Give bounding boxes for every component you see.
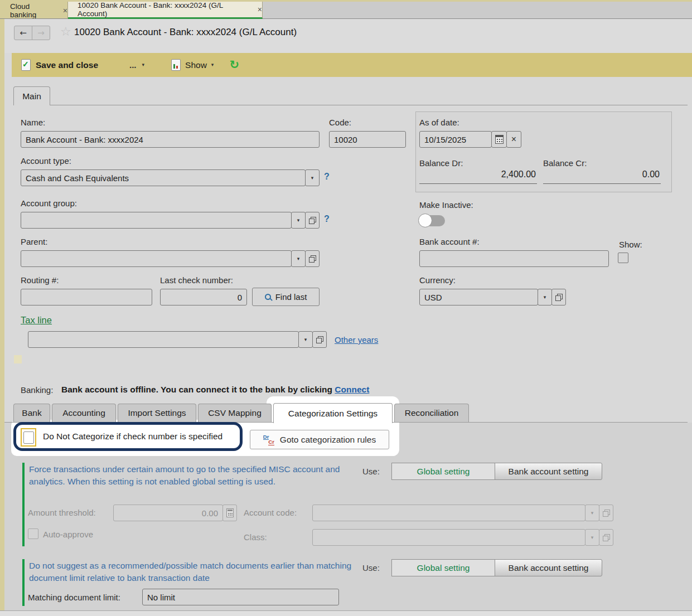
calculator-icon	[226, 508, 234, 517]
currency-chooser-button[interactable]	[551, 289, 566, 305]
last-check-number-label: Last check number:	[160, 275, 233, 285]
matching-document-limit-label: Matching document limit:	[28, 593, 120, 602]
account-group-input[interactable]	[21, 212, 292, 229]
amount-threshold-label: Amount threshold:	[28, 508, 96, 517]
forward-button[interactable]: →	[32, 26, 50, 40]
calculator-button	[222, 505, 237, 521]
clear-date-button[interactable]: ×	[506, 131, 521, 148]
bank-account-setting-button[interactable]: Bank account setting	[495, 559, 602, 576]
browser-tab-bar: Cloud banking × 10020 Bank Account - Ban…	[0, 0, 692, 19]
parent-input[interactable]	[21, 250, 292, 267]
other-years-link[interactable]: Other years	[335, 335, 378, 345]
calendar-button[interactable]	[491, 131, 507, 148]
page-title: 10020 Bank Account - Bank: xxxx2024 (G/L…	[74, 27, 297, 38]
close-icon: ×	[511, 134, 516, 144]
banking-label: Banking:	[21, 385, 53, 395]
account-code-input	[312, 505, 585, 521]
balance-cr-value: 0.00	[543, 169, 661, 184]
save-and-close-button[interactable]: ✓ Save and close	[21, 59, 98, 71]
account-type-dropdown-button[interactable]: ▾	[305, 169, 320, 186]
balance-cr-label: Balance Cr:	[543, 158, 587, 168]
tax-line-link[interactable]: Tax line	[21, 315, 52, 326]
tax-line-chooser-button[interactable]	[312, 331, 327, 348]
tab-main[interactable]: Main	[13, 86, 50, 105]
back-arrow-icon: ←	[20, 28, 27, 38]
show-checkbox[interactable]	[618, 253, 628, 263]
chevron-down-icon: ▾	[544, 295, 546, 300]
overlay-artifact	[14, 355, 22, 363]
browser-tab-cloud-banking[interactable]: Cloud banking ×	[0, 2, 68, 19]
calendar-icon	[495, 135, 504, 144]
refresh-icon[interactable]: ↻	[229, 59, 239, 71]
connect-link[interactable]: Connect	[335, 385, 369, 394]
tab-reconciliation[interactable]: Reconciliation	[394, 404, 469, 422]
global-setting-button[interactable]: Global setting	[391, 463, 495, 480]
more-actions-button[interactable]: ... ▾	[129, 60, 144, 70]
tax-line-dropdown-button[interactable]: ▾	[298, 331, 313, 348]
last-check-number-input[interactable]	[160, 289, 247, 305]
balance-dr-label: Balance Dr:	[419, 158, 463, 168]
left-edge-strip	[0, 19, 4, 616]
global-setting-button[interactable]: Global setting	[391, 559, 495, 576]
parent-dropdown-button[interactable]: ▾	[291, 250, 306, 267]
code-input[interactable]	[329, 131, 406, 148]
show-label: Show	[185, 60, 207, 70]
account-type-help-link[interactable]: ?	[324, 172, 330, 182]
open-list-icon	[603, 534, 610, 541]
show-menu-button[interactable]: Show ▾	[171, 59, 214, 71]
tab-bank[interactable]: Bank	[13, 404, 50, 422]
banking-status-message: Bank account is offline. You can connect…	[61, 385, 369, 395]
browser-tab-label: 10020 Bank Account - Bank: xxxx2024 (G/L…	[78, 1, 251, 18]
amount-threshold-input	[113, 505, 223, 521]
misc-use-segmented-control: Global setting Bank account setting	[391, 463, 602, 480]
save-and-close-label: Save and close	[36, 60, 98, 70]
favorite-star-icon[interactable]: ☆	[60, 25, 71, 38]
main-panel-top-border	[13, 105, 688, 105]
routing-number-input[interactable]	[21, 289, 152, 305]
account-type-input[interactable]	[21, 169, 306, 186]
close-icon[interactable]: ×	[63, 6, 67, 15]
app-window: Cloud banking × 10020 Bank Account - Ban…	[0, 0, 692, 616]
as-of-date-label: As of date:	[419, 118, 459, 127]
matching-document-limit-input[interactable]	[142, 589, 339, 605]
name-input[interactable]	[21, 131, 320, 148]
goto-categorization-rules-button[interactable]: Dr Cr Goto categorization rules	[250, 430, 389, 449]
chevron-down-icon: ▾	[311, 176, 314, 181]
tab-import-settings[interactable]: Import Settings	[118, 404, 196, 422]
match-use-segmented-control: Global setting Bank account setting	[391, 559, 602, 576]
parent-chooser-button[interactable]	[305, 250, 320, 267]
save-icon: ✓	[21, 59, 31, 71]
tab-csv-mapping[interactable]: CSV Mapping	[198, 404, 272, 422]
currency-input[interactable]	[419, 289, 538, 305]
account-group-chooser-button[interactable]	[305, 212, 320, 229]
title-bar: ← → ☆ 10020 Bank Account - Bank: xxxx202…	[4, 19, 692, 53]
use-label: Use:	[362, 563, 380, 573]
auto-approve-label: Auto-approve	[43, 530, 93, 539]
make-inactive-toggle[interactable]	[419, 215, 445, 226]
find-last-button[interactable]: Find last	[252, 288, 320, 306]
code-label: Code:	[329, 118, 351, 127]
currency-label: Currency:	[419, 275, 456, 285]
tab-accounting[interactable]: Accounting	[52, 404, 116, 422]
misc-section-description: Force transactions under certain amount …	[29, 463, 347, 488]
as-of-date-input[interactable]	[419, 131, 492, 148]
bank-account-setting-button[interactable]: Bank account setting	[495, 463, 602, 480]
make-inactive-label: Make Inactive:	[419, 200, 473, 210]
bank-account-number-input[interactable]	[419, 250, 609, 267]
do-not-categorize-checkbox[interactable]	[21, 428, 36, 447]
back-button[interactable]: ←	[14, 26, 32, 40]
class-label: Class:	[244, 532, 267, 542]
browser-tab-gl-account[interactable]: 10020 Bank Account - Bank: xxxx2024 (G/L…	[68, 2, 263, 19]
chevron-down-icon: ▾	[591, 535, 594, 540]
account-group-dropdown-button[interactable]: ▾	[291, 212, 306, 229]
currency-dropdown-button[interactable]: ▾	[538, 289, 552, 305]
chevron-down-icon: ▾	[297, 218, 300, 223]
close-icon[interactable]: ×	[258, 5, 262, 14]
account-group-help-link[interactable]: ?	[324, 214, 330, 224]
tab-main-label: Main	[22, 91, 41, 101]
open-list-icon	[555, 294, 563, 301]
account-code-dropdown-button: ▾	[585, 505, 599, 521]
tab-categorization-settings[interactable]: Categorization Settings	[273, 403, 393, 423]
account-code-chooser-button	[599, 505, 613, 521]
tax-line-input[interactable]	[28, 331, 299, 348]
